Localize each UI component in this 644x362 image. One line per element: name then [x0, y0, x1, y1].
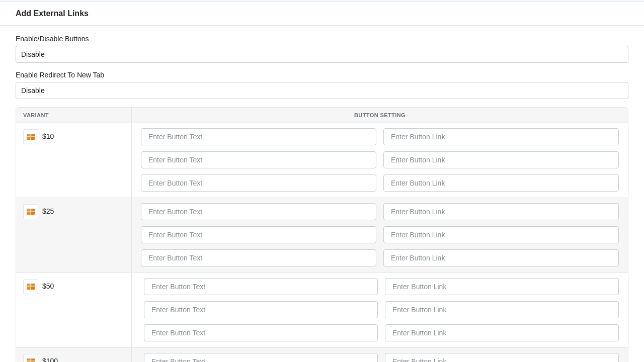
variant-label: $10: [42, 129, 54, 140]
column-header-variant: Variant: [16, 108, 132, 123]
gift-card-icon: [23, 279, 38, 294]
button-text-input[interactable]: [141, 203, 376, 220]
enable-buttons-field: Enable/Disable Buttons Disable: [16, 35, 628, 63]
button-settings-cell: [132, 123, 628, 198]
button-settings-cell: [132, 198, 628, 273]
variant-label: $50: [42, 279, 54, 290]
button-text-input[interactable]: [144, 301, 378, 318]
button-link-input[interactable]: [383, 174, 619, 192]
enable-buttons-label: Enable/Disable Buttons: [16, 35, 628, 43]
table-header: Variant Button Setting: [16, 108, 628, 123]
variant-cell: $100: [16, 348, 132, 362]
button-link-input[interactable]: [385, 353, 619, 362]
variants-table: Variant Button Setting $10: [16, 107, 628, 362]
table-row: $100: [16, 348, 628, 362]
table-row: $50: [16, 273, 628, 348]
button-link-input[interactable]: [385, 301, 619, 318]
button-text-input[interactable]: [141, 174, 376, 192]
variant-label: $100: [42, 354, 58, 362]
button-link-input[interactable]: [383, 203, 619, 220]
table-row: $25: [16, 198, 628, 273]
button-settings-cell: [132, 273, 628, 347]
button-text-input[interactable]: [144, 278, 378, 295]
variant-cell: $25: [16, 198, 132, 273]
button-link-input[interactable]: [383, 226, 619, 243]
button-link-input[interactable]: [385, 278, 619, 295]
gift-card-icon: [23, 354, 38, 362]
enable-redirect-field: Enable Redirect To New Tab Disable: [16, 71, 628, 99]
page-title: Add External Links: [16, 9, 628, 18]
button-link-input[interactable]: [383, 249, 619, 266]
enable-redirect-label: Enable Redirect To New Tab: [16, 71, 628, 79]
button-settings-cell: [132, 348, 628, 362]
gift-card-icon: [23, 204, 38, 219]
page-header: Add External Links: [0, 2, 644, 26]
column-header-setting: Button Setting: [132, 108, 628, 123]
enable-buttons-select[interactable]: Disable: [16, 46, 628, 63]
button-link-input[interactable]: [383, 128, 619, 145]
button-text-input[interactable]: [141, 249, 376, 266]
button-text-input[interactable]: [141, 151, 376, 168]
variant-label: $25: [42, 204, 54, 215]
button-text-input[interactable]: [144, 324, 378, 341]
button-text-input[interactable]: [141, 226, 376, 243]
button-link-input[interactable]: [385, 324, 619, 341]
content-area: Enable/Disable Buttons Disable Enable Re…: [0, 26, 644, 362]
button-text-input[interactable]: [144, 353, 378, 362]
button-link-input[interactable]: [383, 151, 619, 168]
enable-redirect-select[interactable]: Disable: [16, 82, 628, 99]
variant-cell: $10: [16, 123, 132, 198]
button-text-input[interactable]: [141, 128, 376, 145]
table-row: $10: [16, 123, 628, 198]
variant-cell: $50: [16, 273, 132, 347]
gift-card-icon: [23, 129, 38, 144]
